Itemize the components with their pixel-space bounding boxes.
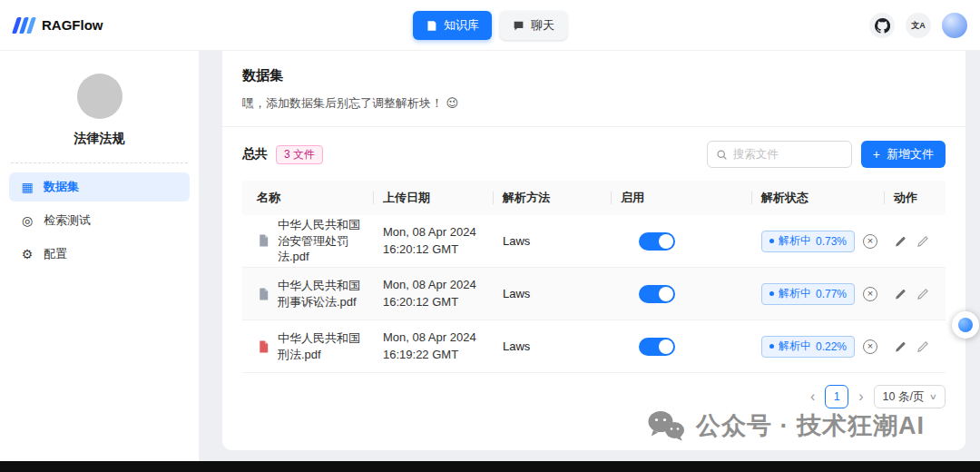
file-name[interactable]: 中华人民共和国刑事诉讼法.pdf — [278, 278, 370, 310]
knowledge-base-avatar — [77, 74, 122, 119]
parse-method: Laws — [503, 287, 621, 300]
dataset-toolbar: 总共 3 文件 + 新增文件 — [242, 141, 946, 168]
edit-icon[interactable] — [894, 288, 906, 300]
parsing-status-badge: 解析中 0.22% — [761, 336, 855, 358]
watermark: 公众号 · 技术狂潮AI — [646, 408, 925, 443]
dataset-icon: ▦ — [20, 180, 34, 194]
plus-icon: + — [873, 148, 880, 161]
col-header-enable: 启用 — [621, 190, 761, 206]
sidebar-menu: ▦ 数据集 ◎ 检索测试 ⚙ 配置 — [0, 172, 199, 269]
wechat-icon — [646, 408, 686, 443]
floating-assistant-button[interactable] — [952, 311, 979, 339]
next-page-icon[interactable]: › — [857, 389, 865, 404]
language-toggle-button[interactable]: 文A — [906, 13, 931, 38]
cancel-parse-button[interactable]: × — [863, 234, 877, 249]
pdf-file-icon — [257, 233, 270, 248]
table-row: 中华人民共和国刑事诉讼法.pdf Mon, 08 Apr 2024 16:20:… — [242, 268, 946, 320]
prev-page-icon[interactable]: ‹ — [808, 389, 817, 404]
ragflow-logo-icon — [15, 17, 34, 34]
retrieval-test-icon: ◎ — [20, 213, 34, 228]
enable-toggle[interactable] — [639, 338, 675, 356]
add-file-label: 新增文件 — [887, 146, 934, 162]
parse-method: Laws — [503, 234, 621, 248]
parse-method: Laws — [503, 339, 621, 353]
sidebar-item-dataset[interactable]: ▦ 数据集 — [9, 172, 190, 202]
cancel-parse-button[interactable]: × — [863, 339, 877, 354]
parsing-status-badge: 解析中 0.73% — [761, 231, 855, 252]
edit-icon[interactable] — [894, 340, 906, 353]
col-header-method: 解析方法 — [503, 190, 621, 206]
assistant-dot-icon — [958, 318, 973, 332]
github-button[interactable] — [869, 13, 895, 38]
search-icon — [716, 149, 728, 161]
page-title: 数据集 — [242, 67, 946, 84]
chat-icon — [513, 20, 524, 32]
status-dot-icon — [769, 344, 774, 349]
knowledge-base-icon — [426, 20, 437, 32]
status-dot-icon — [769, 291, 774, 296]
app-title: RAGFlow — [42, 17, 103, 33]
page-number[interactable]: 1 — [825, 385, 848, 408]
sidebar: 法律法规 ▦ 数据集 ◎ 检索测试 ⚙ 配置 — [0, 51, 200, 461]
nav-knowledge-base-label: 知识库 — [444, 17, 479, 34]
total-label: 总共 — [242, 146, 268, 162]
sidebar-item-dataset-label: 数据集 — [44, 179, 79, 195]
status-progress: 0.22% — [816, 340, 847, 353]
close-icon: × — [867, 341, 873, 351]
cancel-parse-button[interactable]: × — [863, 287, 877, 301]
upload-date: Mon, 08 Apr 2024 16:20:12 GMT — [383, 277, 503, 310]
enable-toggle[interactable] — [639, 285, 675, 303]
nav-chat-label: 聊天 — [531, 17, 554, 34]
status-text: 解析中 — [779, 286, 811, 301]
rename-icon[interactable] — [916, 235, 929, 248]
add-file-button[interactable]: + 新增文件 — [861, 141, 946, 168]
page-size-value: 10 条/页 — [883, 389, 925, 405]
sidebar-item-retrieval-test[interactable]: ◎ 检索测试 — [9, 206, 190, 235]
status-progress: 0.77% — [816, 288, 847, 300]
status-text: 解析中 — [779, 233, 811, 249]
close-icon: × — [867, 236, 873, 246]
search-input[interactable] — [733, 148, 843, 161]
status-progress: 0.73% — [816, 235, 847, 248]
knowledge-base-name: 法律法规 — [0, 131, 199, 147]
edit-icon[interactable] — [894, 235, 906, 248]
chevron-down-icon: ∨ — [929, 392, 937, 401]
main-nav: 知识库 聊天 — [413, 11, 567, 40]
col-header-action: 动作 — [894, 190, 946, 206]
parsing-status-badge: 解析中 0.77% — [761, 283, 855, 305]
pdf-file-icon — [257, 339, 270, 354]
col-header-name: 名称 — [242, 190, 383, 206]
file-name[interactable]: 中华人民共和国刑法.pdf — [278, 330, 370, 362]
translate-icon: 文A — [911, 20, 926, 32]
nav-chat-button[interactable]: 聊天 — [500, 11, 567, 40]
file-count-badge: 3 文件 — [276, 145, 323, 164]
page-size-select[interactable]: 10 条/页 ∨ — [874, 385, 946, 408]
files-table: 名称 上传日期 解析方法 启用 解析状态 动作 中华人民共和国治安管理处罚法.p… — [242, 181, 946, 373]
configuration-icon: ⚙ — [20, 247, 34, 261]
search-box — [707, 141, 852, 168]
sidebar-item-retrieval-test-label: 检索测试 — [44, 212, 91, 229]
rename-icon[interactable] — [916, 340, 929, 353]
watermark-text: 公众号 · 技术狂潮AI — [696, 409, 925, 442]
enable-toggle[interactable] — [639, 232, 675, 251]
table-row: 中华人民共和国治安管理处罚法.pdf Mon, 08 Apr 2024 16:2… — [242, 215, 946, 268]
top-bar: RAGFlow 知识库 聊天 文A — [0, 0, 980, 51]
top-right-actions: 文A — [869, 13, 967, 38]
status-text: 解析中 — [779, 339, 811, 354]
col-header-status: 解析状态 — [761, 190, 894, 206]
col-header-date: 上传日期 — [383, 190, 503, 206]
sidebar-item-configuration[interactable]: ⚙ 配置 — [9, 240, 190, 269]
user-avatar[interactable] — [942, 13, 967, 38]
upload-date: Mon, 08 Apr 2024 16:19:22 GMT — [383, 329, 503, 362]
dataset-panel: 数据集 嘿，添加数据集后别忘了调整解析块！ 😉 总共 3 文件 + 新增文件 名… — [222, 51, 965, 450]
rename-icon[interactable] — [916, 288, 929, 300]
page-subtitle: 嘿，添加数据集后别忘了调整解析块！ 😉 — [242, 95, 946, 112]
file-name[interactable]: 中华人民共和国治安管理处罚法.pdf — [278, 217, 370, 265]
section-divider — [222, 126, 965, 127]
nav-knowledge-base-button[interactable]: 知识库 — [413, 11, 492, 40]
table-row: 中华人民共和国刑法.pdf Mon, 08 Apr 2024 16:19:22 … — [242, 320, 946, 373]
table-header-row: 名称 上传日期 解析方法 启用 解析状态 动作 — [242, 181, 946, 215]
close-icon: × — [867, 289, 873, 299]
pdf-file-icon — [257, 287, 270, 301]
sidebar-divider — [11, 162, 188, 163]
